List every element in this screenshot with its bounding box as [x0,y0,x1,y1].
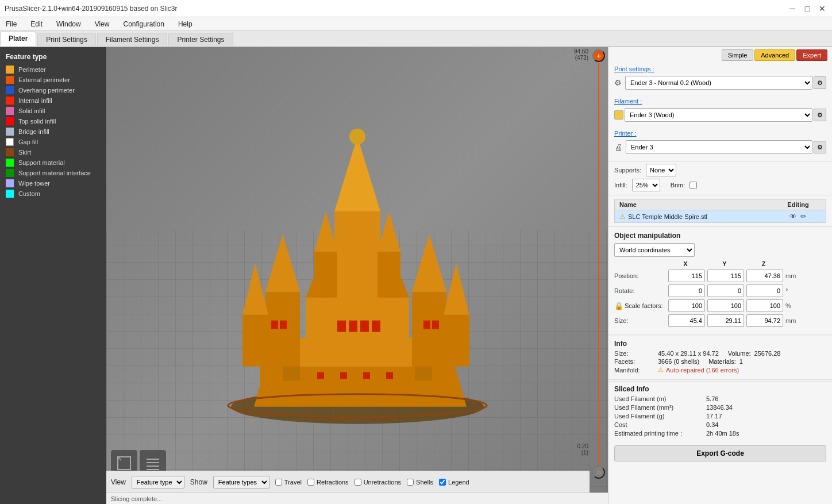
unretractions-label[interactable]: Unretractions [364,479,401,486]
window-controls[interactable]: ─ □ ✕ [787,3,827,14]
sliced-row-2: Used Filament (g) 17.17 [614,413,826,420]
size-label: Size: [614,317,666,324]
svg-rect-15 [444,314,469,366]
maximize-button[interactable]: □ [802,3,812,14]
size-x-input[interactable] [668,314,705,327]
menu-file[interactable]: File [2,19,20,29]
scale-z-input[interactable] [746,299,783,312]
filament-config-button[interactable]: ⚙ [814,109,826,121]
object-visibility-button[interactable]: 👁 [789,212,797,221]
sliced-info-title: Sliced Info [614,385,826,393]
position-y-input[interactable] [707,270,744,282]
object-name-label: SLC Temple Middle Spire.stl [628,213,707,220]
layer-slider[interactable]: 94.60 (473) + 0.20 (1) [590,47,608,481]
sliced-row-0: Used Filament (m) 5.76 [614,395,826,402]
show-select[interactable]: Feature types [213,476,269,488]
filament-dropdown[interactable]: Ender 3 (Wood) [625,108,812,122]
menu-help[interactable]: Help [175,19,196,29]
viewport[interactable]: 94.60 (473) + 0.20 (1) [106,47,608,504]
col-header-editing: Editing [775,201,821,208]
tab-print-settings[interactable]: Print Settings [37,33,95,46]
coord-system-dropdown[interactable]: World coordinates Local coordinates [614,243,695,257]
printer-label[interactable]: Printer : [614,130,654,137]
view-label: View [111,478,126,486]
expert-mode-button[interactable]: Expert [796,49,827,61]
feature-internal-infill: Internal infill [0,95,106,106]
menu-view[interactable]: View [91,19,113,29]
shells-label[interactable]: Shells [416,479,433,486]
printer-dropdown-group: 🖨 Ender 3 ⚙ [614,140,826,154]
print-settings-label[interactable]: Print settings : [614,66,654,72]
feature-wipe-tower: Wipe tower [0,178,106,188]
tab-bar: Plater Print Settings Filament Settings … [0,31,832,47]
print-settings-dropdown[interactable]: Ender 3 - Normal 0.2 (Wood) [625,76,812,90]
x-header: X [666,260,705,267]
simple-mode-button[interactable]: Simple [722,49,754,61]
overhang-perimeter-color-swatch [6,86,14,94]
retractions-checkbox[interactable] [307,479,314,486]
tab-plater[interactable]: Plater [0,32,36,46]
advanced-mode-button[interactable]: Advanced [754,49,795,61]
size-z-input[interactable] [746,314,783,327]
overhang-perimeter-label: Overhang perimeter [18,87,75,94]
tab-printer-settings[interactable]: Printer Settings [168,33,233,46]
printer-config-button[interactable]: ⚙ [814,141,826,153]
feature-bridge-infill: Bridge infill [0,126,106,137]
external-perimeter-color-swatch [6,76,14,84]
brim-checkbox[interactable] [690,182,697,189]
minimize-button[interactable]: ─ [787,3,798,14]
legend-label[interactable]: Legend [448,479,469,486]
scale-lock-icon[interactable]: 🔒 [614,302,623,310]
travel-label[interactable]: Travel [284,479,302,486]
close-button[interactable]: ✕ [817,3,827,14]
infill-row: Infill: 25% Brim: [608,178,832,194]
printer-section: Printer : 🖨 Ender 3 ⚙ [608,128,832,160]
legend-checkbox[interactable] [439,479,446,486]
rotate-x-input[interactable] [668,284,705,297]
sliced-val-3: 0.34 [706,421,718,428]
position-z-input[interactable] [746,270,783,282]
tab-filament-settings[interactable]: Filament Settings [97,33,168,46]
view-select[interactable]: Feature type [132,476,184,488]
rotate-z-input[interactable] [746,284,783,297]
size-row: Size: mm [614,314,826,327]
svg-rect-20 [314,251,337,297]
top-solid-infill-label: Top solid infill [18,118,56,125]
position-x-input[interactable] [668,270,705,282]
feature-skirt: Skirt [0,147,106,157]
feature-external-perimeter: External perimeter [0,75,106,85]
slider-bottom-button[interactable] [592,466,605,479]
travel-checkbox[interactable] [275,479,282,486]
filament-value-row: Ender 3 (Wood) ⚙ [614,108,826,122]
z-header: Z [744,260,783,267]
print-settings-config-button[interactable]: ⚙ [814,76,826,89]
menu-window[interactable]: Window [53,19,84,29]
svg-marker-16 [444,263,469,314]
filament-label[interactable]: Filament : [614,98,654,105]
svg-rect-17 [334,211,380,314]
retractions-label[interactable]: Retractions [317,479,349,486]
filament-label-row: Filament : [614,98,826,105]
menu-configuration[interactable]: Configuration [120,19,168,29]
object-manipulation-title: Object manipulation [614,232,826,240]
scale-x-input[interactable] [668,299,705,312]
object-name-cell: ⚠ SLC Temple Middle Spire.stl [619,213,775,221]
supports-dropdown[interactable]: None [646,164,676,176]
size-y-input[interactable] [707,314,744,327]
slider-top-button[interactable]: + [592,49,605,62]
info-volume-key: Volume: [728,350,751,357]
svg-rect-29 [280,320,287,329]
object-edit-button[interactable]: ✏ [800,212,807,221]
unretractions-checkbox[interactable] [355,479,361,486]
printer-dropdown[interactable]: Ender 3 [626,140,812,154]
scale-y-input[interactable] [707,299,744,312]
rotate-y-input[interactable] [707,284,744,297]
shells-checkbox[interactable] [407,479,414,486]
shells-checkbox-group: Shells [407,479,433,486]
mode-buttons: Simple Advanced Expert [608,47,832,63]
menu-edit[interactable]: Edit [27,19,46,29]
export-gcode-button[interactable]: Export G-code [614,445,826,461]
infill-dropdown[interactable]: 25% [632,179,660,191]
feature-support-material-interface: Support material interface [0,168,106,178]
gap-fill-label: Gap fill [18,138,38,145]
